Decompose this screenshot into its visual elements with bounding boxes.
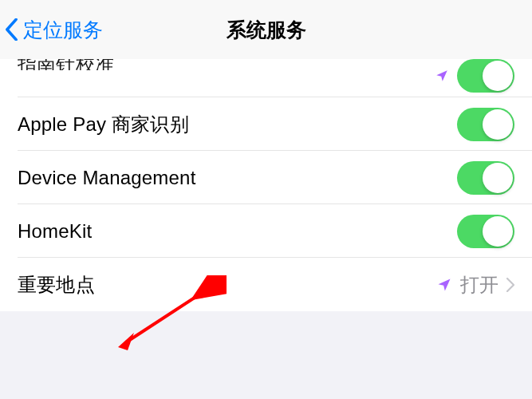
location-arrow-icon — [435, 69, 449, 83]
back-label: 定位服务 — [23, 17, 103, 43]
chevron-right-icon — [506, 278, 514, 292]
row-homekit: HomeKit — [0, 204, 532, 258]
location-arrow-icon — [436, 277, 452, 293]
row-significant-value: 打开 — [460, 272, 499, 298]
page-title: 系统服务 — [227, 17, 306, 43]
row-devmgmt: Device Management — [0, 151, 532, 204]
toggle-devmgmt[interactable] — [457, 161, 514, 195]
chevron-left-icon — [5, 18, 18, 41]
toggle-homekit[interactable] — [457, 215, 514, 248]
row-compass: 指南针校准 — [0, 59, 532, 97]
row-significant-label: 重要地点 — [18, 272, 95, 298]
row-applepay: Apple Pay 商家识别 — [0, 97, 532, 151]
toggle-applepay[interactable] — [457, 108, 514, 141]
settings-list: 指南针校准 Apple Pay 商家识别 Device Management H… — [0, 59, 532, 311]
row-applepay-label: Apple Pay 商家识别 — [18, 112, 189, 137]
row-significant-locations[interactable]: 重要地点 打开 — [0, 258, 532, 311]
footer-space — [0, 311, 532, 330]
row-compass-label: 指南针校准 — [18, 59, 114, 70]
row-devmgmt-label: Device Management — [18, 167, 196, 189]
row-homekit-label: HomeKit — [18, 220, 92, 243]
nav-bar: 定位服务 系统服务 — [0, 0, 532, 59]
back-button[interactable]: 定位服务 — [5, 17, 103, 43]
toggle-compass[interactable] — [457, 59, 514, 93]
